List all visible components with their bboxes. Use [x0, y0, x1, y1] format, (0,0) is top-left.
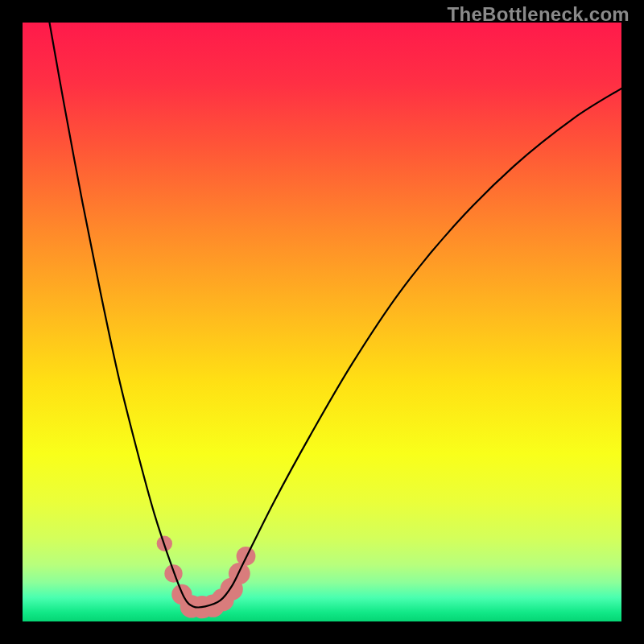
plot-area	[23, 23, 621, 621]
bottleneck-curve	[49, 23, 621, 608]
highlight-dot	[164, 564, 182, 582]
chart-svg	[23, 23, 621, 621]
watermark-text: TheBottleneck.com	[448, 3, 630, 26]
outer-frame: TheBottleneck.com	[0, 0, 644, 644]
highlight-dot	[229, 563, 250, 584]
